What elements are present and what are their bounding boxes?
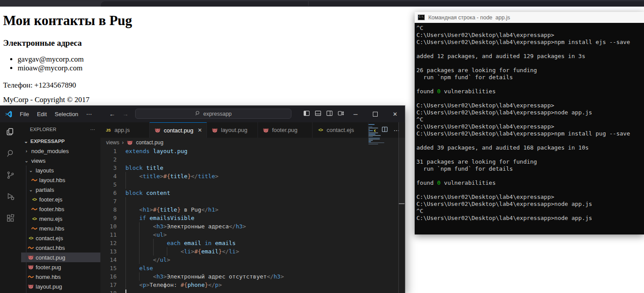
indent-guide (125, 247, 139, 256)
minimap-line (368, 128, 378, 128)
terminal-line: added 39 packages, and audited 168 packa… (416, 144, 644, 151)
cmd-icon: C:\ (418, 15, 425, 20)
code-text: extends layout.pug (125, 147, 188, 155)
tree-item-contact.hbs[interactable]: contact.hbs (21, 243, 100, 253)
search-view-icon[interactable] (5, 148, 16, 159)
close-tab-icon[interactable]: ✕ (198, 127, 202, 133)
tree-item-partials[interactable]: ⌄partials (21, 185, 100, 194)
minimize-button[interactable]: ─ (346, 106, 365, 122)
tree-item-menu.hbs[interactable]: menu.hbs (21, 223, 100, 233)
panel-toggle-icon[interactable] (315, 110, 321, 118)
browser-tab-strip[interactable] (0, 0, 644, 7)
run-debug-icon[interactable] (5, 191, 16, 202)
tree-item-node_modules[interactable]: ›node_modules (21, 146, 100, 156)
minimap-line (368, 132, 370, 132)
breadcrumb[interactable]: views › contact.pug (100, 138, 405, 147)
tree-item-home.hbs[interactable]: home.hbs (21, 272, 100, 282)
terminal-line (416, 172, 644, 179)
forward-arrow-icon[interactable]: → (122, 110, 129, 117)
pug-file-icon (262, 127, 269, 133)
explorer-more-icon[interactable]: ⋯ (90, 127, 95, 132)
tab-label: app.js (114, 127, 130, 133)
explorer-icon[interactable] (5, 127, 16, 137)
code-text: <title>#{title}</title> (125, 172, 218, 180)
workspace-root-row[interactable]: ⌄ EXPRESSAPP (21, 136, 100, 146)
code-line: 4<title>#{title}</title> (100, 172, 405, 180)
customize-layout-icon[interactable] (338, 110, 344, 118)
scrollbar-thumb[interactable] (399, 122, 405, 204)
tab-contact.pug[interactable]: contact.pug✕ (150, 122, 207, 138)
tree-item-label: footer.pug (36, 264, 61, 271)
close-button[interactable]: ✕ (385, 106, 405, 122)
history-nav: ← → (109, 110, 129, 117)
indent-guide (125, 239, 139, 247)
indent-guide (125, 172, 139, 180)
terminal-line: C:\Users\User02\Desktop\lab4\expressapp>… (416, 215, 644, 222)
indent-guide (139, 256, 153, 264)
tree-item-layout.pug[interactable]: layout.pug (21, 282, 100, 291)
menu-item-selection[interactable]: Selection (51, 110, 82, 119)
hbs-file-icon (27, 274, 34, 280)
code-text (125, 197, 139, 205)
tab-app.js[interactable]: JSapp.js (100, 122, 150, 138)
maximize-button[interactable] (365, 106, 385, 122)
tree-item-footer.pug[interactable]: footer.pug (21, 262, 100, 272)
chevron-down-icon: ⌄ (23, 158, 30, 164)
indent-guide (125, 180, 139, 189)
back-arrow-icon[interactable]: ← (109, 110, 115, 117)
breadcrumb-folder[interactable]: views (106, 139, 119, 146)
tree-item-contact.ejs[interactable]: <>contact.ejs (21, 233, 100, 243)
breadcrumb-file[interactable]: contact.pug (136, 139, 163, 146)
code-line: 11<ul> (100, 231, 405, 239)
tree-item-menu.ejs[interactable]: <>menu.ejs (21, 214, 100, 223)
extensions-icon[interactable] (5, 213, 16, 223)
line-number: 18 (100, 289, 125, 293)
terminal-line (416, 60, 644, 67)
terminal-line: ^C (416, 116, 644, 123)
tree-item-label: layout.pug (36, 283, 62, 290)
minimap-line (368, 144, 378, 145)
vscode-titlebar[interactable]: FileEditSelection⋯ ← → expressapp (0, 106, 405, 122)
text-cursor (125, 289, 126, 293)
code-text: each email in emails (125, 239, 236, 247)
tab-footer.pug[interactable]: footer.pug (258, 122, 313, 138)
menu-item-⋯[interactable]: ⋯ (82, 110, 96, 119)
command-center-search[interactable]: expressapp (135, 109, 291, 119)
tree-item-footer.ejs[interactable]: <>footer.ejs (21, 194, 100, 204)
menu-item-edit[interactable]: Edit (33, 110, 51, 119)
tree-item-layout.hbs[interactable]: layout.hbs (21, 175, 100, 185)
minimap-line (368, 141, 371, 142)
menu-item-file[interactable]: File (16, 110, 33, 119)
editor-scrollbar[interactable] (398, 122, 405, 293)
code-editor[interactable]: 1extends layout.pug23block title4<title>… (100, 147, 405, 293)
line-number: 2 (100, 155, 125, 164)
secondary-sidebar-toggle-icon[interactable] (326, 110, 333, 118)
terminal-line: C:\Users\User02\Desktop\lab4\expressapp>… (416, 109, 644, 116)
tree-item-label: layout.hbs (39, 177, 65, 183)
indent-guide (139, 222, 153, 231)
browser-tab-strip-segment[interactable] (101, 1, 644, 7)
tree-item-views[interactable]: ⌄views (21, 156, 100, 165)
code-line: 6block content (100, 189, 405, 197)
desktop: Мои контакты в Pug Электронные адреса ga… (0, 0, 644, 293)
code-line: 1extends layout.pug (100, 147, 405, 155)
code-line: 15else (100, 264, 405, 272)
tab-layout.pug[interactable]: layout.pug (207, 122, 258, 138)
line-number: 16 (100, 272, 125, 281)
minimap-line (368, 132, 378, 133)
code-text: <h1>#{title} в Pug</h1> (125, 205, 218, 214)
tree-item-contact.pug[interactable]: contact.pug (21, 253, 100, 262)
source-control-icon[interactable] (5, 170, 16, 180)
pug-file-icon (154, 127, 161, 133)
code-line: 12each email in emails (100, 239, 405, 247)
cmd-output[interactable]: ^CC:\Users\User02\Desktop\lab4\expressap… (415, 23, 644, 234)
sidebar-toggle-icon[interactable] (303, 110, 310, 118)
cmd-titlebar[interactable]: C:\ Командная строка - node app.js (415, 12, 644, 23)
line-number: 4 (100, 172, 125, 180)
tree-item-layouts[interactable]: ⌄layouts (21, 165, 100, 175)
tree-item-footer.hbs[interactable]: footer.hbs (21, 204, 100, 214)
tab-contact.ejs[interactable]: <>contact.ejs (313, 122, 372, 138)
code-line: 17<p>Телефон: #{phone}</p> (100, 281, 405, 289)
minimap-line (368, 134, 375, 135)
minimap[interactable] (368, 124, 385, 146)
